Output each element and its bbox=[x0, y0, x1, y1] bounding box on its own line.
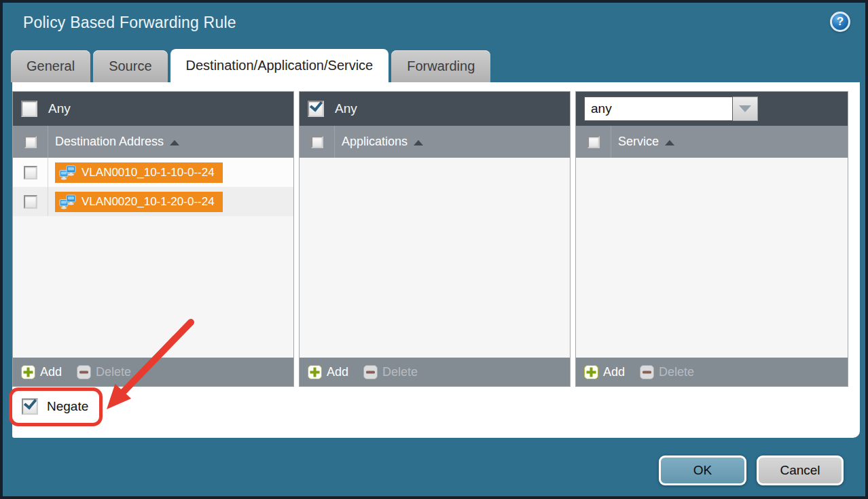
tab-general[interactable]: General bbox=[11, 50, 90, 82]
sort-ascending-icon bbox=[665, 140, 674, 145]
tab-source[interactable]: Source bbox=[93, 50, 167, 82]
destination-row[interactable]: VLAN0020_10-1-20-0--24 bbox=[13, 187, 293, 216]
sort-ascending-icon bbox=[170, 140, 179, 145]
tab-bar: General Source Destination/Application/S… bbox=[11, 49, 490, 82]
chevron-down-icon bbox=[739, 105, 751, 112]
destination-row-checkbox[interactable] bbox=[24, 166, 37, 179]
service-delete-button[interactable]: Delete bbox=[640, 365, 694, 379]
delete-minus-icon bbox=[77, 365, 91, 379]
applications-panel: Any Applications A bbox=[299, 91, 571, 387]
tab-destination-application-service[interactable]: Destination/Application/Service bbox=[170, 49, 389, 82]
applications-select-all-checkbox[interactable] bbox=[311, 136, 323, 148]
destination-list: VLAN0010_10-1-10-0--24 bbox=[13, 158, 293, 358]
destination-row[interactable]: VLAN0010_10-1-10-0--24 bbox=[13, 158, 293, 187]
destination-address-entry[interactable]: VLAN0010_10-1-10-0--24 bbox=[55, 162, 223, 183]
dialog-title: Policy Based Forwarding Rule bbox=[23, 14, 236, 32]
negate-label: Negate bbox=[47, 399, 88, 414]
add-plus-icon bbox=[584, 365, 598, 379]
destination-any-checkbox[interactable] bbox=[21, 101, 37, 117]
applications-list bbox=[300, 158, 570, 358]
add-plus-icon bbox=[308, 365, 322, 379]
cancel-button[interactable]: Cancel bbox=[757, 455, 844, 485]
service-column-header[interactable]: Service bbox=[611, 135, 674, 149]
service-dropdown-value[interactable]: any bbox=[584, 97, 733, 121]
service-dropdown[interactable]: any bbox=[584, 97, 758, 121]
destination-address-entry[interactable]: VLAN0020_10-1-20-0--24 bbox=[55, 192, 223, 212]
tab-forwarding[interactable]: Forwarding bbox=[391, 50, 490, 82]
ok-button[interactable]: OK bbox=[659, 455, 746, 485]
applications-any-label: Any bbox=[335, 101, 357, 116]
destination-column-header[interactable]: Destination Address bbox=[48, 135, 179, 149]
applications-delete-button[interactable]: Delete bbox=[363, 365, 418, 379]
negate-checkbox[interactable] bbox=[22, 398, 38, 415]
applications-column-header[interactable]: Applications bbox=[335, 135, 423, 149]
applications-any-checkbox[interactable] bbox=[308, 101, 324, 117]
address-group-icon bbox=[59, 194, 76, 209]
destination-any-label: Any bbox=[48, 101, 71, 116]
address-group-icon bbox=[59, 165, 76, 180]
delete-minus-icon bbox=[640, 365, 654, 379]
destination-row-checkbox[interactable] bbox=[24, 195, 37, 209]
tab-content-panel: Any Destination Address bbox=[12, 82, 860, 438]
service-select-all-checkbox[interactable] bbox=[587, 136, 600, 148]
service-panel: any Service bbox=[575, 91, 848, 387]
destination-select-all-checkbox[interactable] bbox=[24, 136, 37, 148]
add-plus-icon bbox=[21, 365, 35, 379]
destination-add-button[interactable]: Add bbox=[21, 365, 62, 379]
delete-minus-icon bbox=[363, 365, 378, 379]
applications-add-button[interactable]: Add bbox=[308, 365, 348, 379]
help-icon[interactable] bbox=[830, 12, 850, 32]
service-add-button[interactable]: Add bbox=[584, 365, 625, 379]
destination-delete-button[interactable]: Delete bbox=[77, 365, 131, 379]
service-dropdown-button[interactable] bbox=[733, 97, 758, 121]
pbf-rule-dialog: Policy Based Forwarding Rule General Sou… bbox=[0, 0, 868, 499]
sort-ascending-icon bbox=[414, 140, 423, 145]
service-list bbox=[576, 158, 848, 358]
destination-panel: Any Destination Address bbox=[12, 91, 294, 387]
